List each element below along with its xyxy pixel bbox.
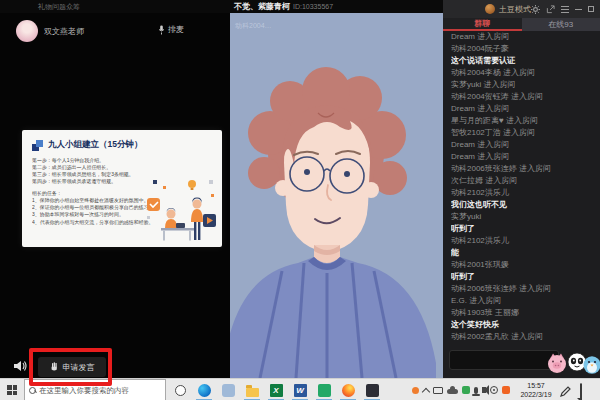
room-id: ID:10335567: [293, 3, 333, 10]
file-explorer-icon[interactable]: [240, 379, 264, 400]
chat-join-notice: E.G. 进入房间: [451, 295, 594, 307]
popout-share-icon[interactable]: [546, 5, 555, 14]
taskbar-search[interactable]: [24, 379, 166, 400]
mic-glyph: [474, 387, 478, 394]
chat-message: 动科2102洪乐儿我们这也听不见: [451, 187, 594, 211]
chat-join-notice: Dream 进入房间: [451, 139, 594, 151]
speaker-icon[interactable]: [482, 387, 486, 393]
dark-app-glyph: [366, 384, 379, 397]
system-tray: [412, 379, 510, 400]
mic-queue-button[interactable]: 排麦: [158, 24, 184, 35]
presentation-slide: 九人小组建立（15分钟） 第一步：每个人1分钟自我介绍。第二步：成员们选出一人担…: [22, 130, 222, 247]
windows-logo-icon: [7, 385, 17, 395]
tray-dot-glyph: [412, 387, 419, 394]
tray-app-icon[interactable]: [502, 386, 510, 394]
word-glyph: [294, 384, 307, 397]
chat-message-list: Dream 进入房间动科2004阮子豪这个说话需要认证动科2004李杨 进入房间…: [451, 31, 594, 342]
app-top-bar: 礼物问题众筹 不觉、紫藤青柯ID:10335567: [0, 0, 443, 13]
cortana-glyph: [175, 385, 186, 396]
green-status-glyph: [462, 386, 470, 394]
chat-message-text: 这个说话需要认证: [451, 55, 594, 67]
clock-time: 15:57: [527, 382, 545, 389]
chat-message-text: 听到了: [451, 223, 594, 235]
firefox-glyph: [342, 384, 355, 397]
word-icon[interactable]: [288, 379, 312, 400]
chat-message: 动科1903班 王丽娜这个笑好快乐: [451, 307, 594, 331]
edge-icon[interactable]: [192, 379, 216, 400]
app-blue-glyph: [222, 384, 235, 397]
pen-input-icon[interactable]: [560, 383, 571, 400]
chat-join-notice: 动科2004贺钰涛 进入房间: [451, 91, 594, 103]
chat-window: 土豆模式 × 群聊 在线93 Dream 进入房间动科2004阮子豪这个说话需要…: [443, 0, 600, 378]
request-speak-button[interactable]: 申请发言: [38, 357, 106, 377]
request-speak-label: 申请发言: [63, 362, 95, 373]
slide-bullet-icon: [32, 140, 43, 151]
chat-join-notice: 星与月的距离♥ 进入房间: [451, 115, 594, 127]
teamwork-illustration: [145, 178, 219, 242]
slide-step: 第二步：成员们选出一人担任组长。: [32, 164, 214, 171]
host-name: 双文燕老师: [44, 26, 84, 37]
cloud-glyph: [447, 389, 458, 394]
person-illustration: [230, 13, 443, 378]
tab-group-chat[interactable]: 群聊: [443, 18, 522, 31]
screen: 礼物问题众筹 不觉、紫藤青柯ID:10335567 双文燕老师 排麦 九人小组建…: [0, 0, 600, 400]
chat-message: 动科2004阮子豪这个说话需要认证: [451, 43, 594, 67]
mic-icon[interactable]: [474, 387, 478, 394]
pig-emoji-sticker[interactable]: [546, 352, 568, 374]
chat-join-notice: 动科2002孟凡欣 进入房间: [451, 331, 594, 342]
green-app-icon[interactable]: [312, 379, 336, 400]
notification-center-icon[interactable]: [580, 384, 582, 400]
settings-gear-icon[interactable]: [531, 5, 540, 14]
chat-join-notice: Dream 进入房间: [451, 31, 594, 43]
maximize-button[interactable]: [588, 6, 594, 12]
chat-message-text: 听到了: [451, 271, 594, 283]
chat-join-notice: 动科2006班张连婷 进入房间: [451, 283, 594, 295]
chat-join-notice: 次仁拉姆 进入房间: [451, 175, 594, 187]
menu-icon[interactable]: [561, 6, 569, 13]
chat-titlebar: 土豆模式 ×: [443, 0, 600, 18]
cloud-icon[interactable]: [447, 386, 458, 394]
minimize-button[interactable]: [575, 9, 582, 10]
chevron-up-glyph: [422, 387, 430, 395]
slide-title: 九人小组建立（15分钟）: [48, 139, 142, 151]
tab-online-count[interactable]: 在线93: [522, 18, 600, 31]
mic-queue-label: 排麦: [168, 24, 184, 35]
chat-join-notice: 实梦yuki 进入房间: [451, 79, 594, 91]
chevron-up-icon[interactable]: [423, 386, 429, 395]
chat-message: 实梦yuki听到了: [451, 211, 594, 235]
gear-icon[interactable]: [490, 386, 498, 394]
start-button[interactable]: [0, 379, 24, 400]
chat-message-text: 我们这也听不见: [451, 199, 594, 211]
green-app-glyph: [318, 384, 331, 397]
tray-dot-icon[interactable]: [412, 387, 419, 394]
gear-glyph: [490, 386, 498, 394]
shared-avatar-panel: 动科2004…: [230, 13, 443, 378]
speaker-icon[interactable]: [13, 360, 27, 372]
chat-input[interactable]: [449, 350, 559, 370]
chat-message-sender: 动科2102洪乐儿: [451, 187, 594, 199]
chat-message-sender: 实梦yuki: [451, 211, 594, 223]
chat-message: 动科2001张琪媛听到了: [451, 259, 594, 283]
cortana-icon[interactable]: [168, 379, 192, 400]
search-icon: [29, 387, 36, 394]
display-icon[interactable]: [433, 387, 443, 394]
excel-icon[interactable]: [264, 379, 288, 400]
app-logo-icon: [485, 4, 495, 14]
tray-app-glyph: [502, 386, 510, 394]
app-blue-icon[interactable]: [216, 379, 240, 400]
mic-icon: [158, 25, 165, 35]
edge-glyph: [198, 384, 211, 397]
chat-tabs: 群聊 在线93: [443, 18, 600, 31]
chat-message-text: 能: [451, 247, 594, 259]
green-status-icon[interactable]: [462, 386, 470, 394]
dark-app-icon[interactable]: [360, 379, 384, 400]
penguin-emoji-sticker[interactable]: [582, 354, 600, 374]
taskbar-clock[interactable]: 15:57 2022/3/19: [518, 381, 554, 399]
firefox-icon[interactable]: [336, 379, 360, 400]
chat-message-sender: 动科1903班 王丽娜: [451, 307, 594, 319]
chat-message-sender: 动科2004阮子豪: [451, 43, 594, 55]
raise-hand-icon: [50, 362, 59, 372]
search-input[interactable]: [39, 386, 151, 395]
chat-join-notice: 动科2006班张连婷 进入房间: [451, 163, 594, 175]
host-avatar: [16, 20, 38, 42]
